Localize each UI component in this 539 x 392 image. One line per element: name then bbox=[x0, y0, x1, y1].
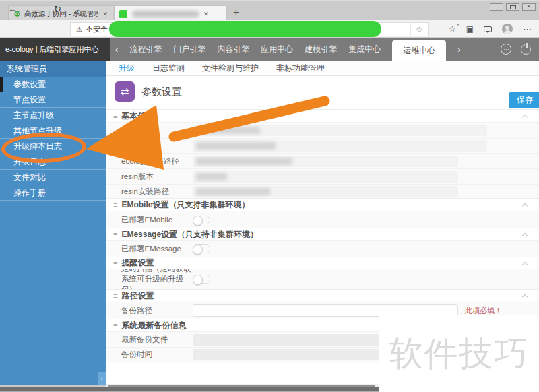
browser-tab-2[interactable]: ✕ bbox=[114, 5, 227, 22]
close-window-button[interactable]: ✕ bbox=[522, 3, 536, 11]
form-row-resin-version: resin版本 bbox=[106, 168, 539, 184]
maximize-button[interactable] bbox=[506, 3, 519, 11]
watermark-text: 软件技巧 bbox=[389, 331, 530, 377]
redacted-value bbox=[196, 173, 227, 181]
section-title: EMessage设置（只支持非集群环境） bbox=[121, 229, 258, 240]
app-top-nav: ‹ 流程引擎 门户引擎 内容引擎 应用中心 建模引擎 集成中心 运维中心 › ⋯ bbox=[110, 38, 539, 61]
sidebar-item-file-compare[interactable]: 文件对比 bbox=[0, 170, 106, 185]
section-lines-icon: ≡ bbox=[113, 201, 117, 209]
hub-icon[interactable]: ▣ bbox=[466, 24, 474, 34]
security-label: 不安全 bbox=[86, 24, 108, 34]
window-controls: – ✕ bbox=[490, 3, 536, 11]
field-label: 最新备份文件 bbox=[106, 335, 193, 345]
form-row-redacted-2 bbox=[106, 138, 539, 153]
favorites-list-icon[interactable]: ☆ bbox=[449, 24, 456, 34]
subnav-item-upgrade-active[interactable]: 升级 bbox=[119, 63, 135, 74]
section-title: 基本信息 bbox=[121, 110, 154, 122]
section-title: 提醒设置 bbox=[121, 257, 154, 269]
url-redaction-overlay bbox=[109, 21, 381, 37]
field-label: resin安装路径 bbox=[106, 187, 193, 197]
section-header-emessage[interactable]: ≡ EMessage设置（只支持非集群环境） bbox=[106, 228, 539, 240]
section-header-basic-info[interactable]: ≡ 基本信息 bbox=[106, 109, 539, 122]
parameter-settings-icon: ⇄ bbox=[115, 81, 135, 102]
back-icon[interactable]: ← bbox=[8, 0, 18, 18]
browser-menu-icon[interactable]: ⋯ bbox=[523, 24, 532, 34]
nav-item-portal[interactable]: 门户引擎 bbox=[173, 44, 205, 55]
nav-scroll-left-icon[interactable]: ‹ bbox=[115, 44, 118, 55]
sidebar-item-parameter-settings[interactable]: 参数设置 bbox=[0, 77, 106, 92]
section-header-path[interactable]: ≡ 路径设置 bbox=[106, 289, 539, 302]
screenshot-root: – ✕ ⚙ 高效源于协同 - 系统管理员 ✕ ✕ + ← → ↻ ⚠ 不安全 ☆… bbox=[0, 0, 539, 392]
section-header-emobile[interactable]: ≡ EMobile设置（只支持非集群环境） bbox=[106, 198, 539, 211]
browser-toolbar: ☆ ▣ ⋯ bbox=[449, 20, 532, 38]
nav-item-content[interactable]: 内容引擎 bbox=[217, 44, 249, 55]
section-title: EMobile设置（只支持非集群环境） bbox=[121, 199, 249, 211]
nav-scroll-right-icon[interactable]: › bbox=[457, 44, 460, 55]
subnav-item-log-monitor[interactable]: 日志监测 bbox=[152, 63, 185, 74]
save-button[interactable]: 保存 bbox=[509, 92, 539, 108]
sidebar-item-master-node-upgrade[interactable]: 主节点升级 bbox=[0, 108, 106, 123]
logout-power-icon[interactable] bbox=[521, 44, 531, 55]
tab-close-icon[interactable]: ✕ bbox=[203, 11, 209, 18]
form-row-emobile-deployed: 已部署EMobile bbox=[106, 211, 539, 228]
form-row-resin-path: resin安装路径 bbox=[106, 184, 539, 198]
more-options-icon[interactable]: ⋯ bbox=[501, 44, 511, 55]
section-title: 系统最新备份信息 bbox=[121, 320, 186, 331]
collapse-chevron-icon[interactable] bbox=[522, 233, 528, 238]
section-lines-icon: ≡ bbox=[113, 230, 117, 238]
form-row-scheduled-scan: 定时扫描（定时获取系统可升级的升级包） bbox=[106, 269, 539, 289]
tab-favicon-redacted-icon bbox=[119, 10, 127, 18]
not-secure-warning-icon: ⚠ bbox=[76, 26, 82, 33]
redacted-value bbox=[196, 142, 276, 150]
collapse-chevron-icon[interactable] bbox=[522, 262, 528, 267]
scheduled-scan-toggle-off[interactable] bbox=[193, 275, 210, 284]
collapse-chevron-icon[interactable] bbox=[522, 294, 528, 300]
nav-item-app-center[interactable]: 应用中心 bbox=[261, 44, 293, 55]
profile-avatar[interactable] bbox=[502, 24, 513, 34]
field-label: 备份路径 bbox=[106, 306, 193, 316]
emobile-toggle-off[interactable] bbox=[193, 216, 210, 224]
feedback-icon[interactable] bbox=[484, 26, 492, 32]
form-row-emessage-deployed: 已部署EMessage bbox=[106, 240, 539, 257]
section-lines-icon: ≡ bbox=[113, 259, 117, 267]
collapse-chevron-icon[interactable] bbox=[522, 115, 528, 120]
form-row-ecology-path: ecology安装路径 bbox=[106, 153, 539, 168]
field-label: ecology安装路径 bbox=[106, 156, 193, 166]
sidebar-collapse-handle[interactable]: ‹ bbox=[98, 372, 106, 385]
nav-item-ops-center-active[interactable]: 运维中心 bbox=[392, 40, 446, 61]
text-field[interactable] bbox=[193, 171, 458, 183]
section-lines-icon: ≡ bbox=[113, 292, 117, 300]
refresh-icon[interactable]: ↻ bbox=[54, 0, 61, 18]
field-label: 备份时间 bbox=[106, 350, 193, 360]
nav-item-modeling[interactable]: 建模引擎 bbox=[305, 44, 337, 55]
app-brand: e-cology | 后端引擎应用中心 bbox=[0, 38, 110, 61]
minimize-button[interactable]: – bbox=[490, 3, 503, 11]
subnav-item-file-check[interactable]: 文件检测与维护 bbox=[202, 63, 259, 74]
section-lines-icon: ≡ bbox=[113, 112, 117, 120]
tab-close-icon[interactable]: ✕ bbox=[102, 11, 108, 18]
subnav-item-nonstandard[interactable]: 非标功能管理 bbox=[276, 63, 325, 74]
text-field[interactable] bbox=[193, 156, 458, 167]
sidebar-header: 系统管理员 bbox=[0, 61, 106, 77]
nav-item-workflow[interactable]: 流程引擎 bbox=[129, 44, 162, 55]
text-field[interactable] bbox=[193, 140, 487, 152]
section-header-reminder[interactable]: ≡ 提醒设置 bbox=[106, 257, 539, 269]
text-field[interactable] bbox=[193, 186, 458, 197]
section-title: 路径设置 bbox=[121, 290, 154, 302]
watermark: 软件技巧 bbox=[379, 315, 539, 392]
forward-icon: → bbox=[31, 0, 40, 18]
sidebar-item-manual[interactable]: 操作手册 bbox=[0, 185, 106, 201]
nav-item-integration[interactable]: 集成中心 bbox=[348, 44, 381, 55]
emessage-toggle-off[interactable] bbox=[193, 244, 210, 253]
text-field[interactable] bbox=[193, 125, 487, 136]
new-tab-button[interactable]: + bbox=[233, 6, 239, 18]
section-lines-icon: ≡ bbox=[113, 321, 117, 329]
field-label: 已部署EMessage bbox=[106, 244, 193, 254]
favorite-star-icon[interactable]: ☆ bbox=[410, 23, 428, 36]
collapse-chevron-icon[interactable] bbox=[522, 203, 528, 209]
page-header: ⇄ 参数设置 保存 bbox=[106, 76, 539, 109]
sidebar-item-node-settings[interactable]: 节点设置 bbox=[0, 92, 106, 108]
sub-nav: 升级 日志监测 文件检测与维护 非标功能管理 bbox=[106, 61, 539, 76]
browser-tab-bar: – ✕ ⚙ 高效源于协同 - 系统管理员 ✕ ✕ + bbox=[0, 0, 539, 20]
required-note: 此项必填！ bbox=[465, 306, 502, 316]
